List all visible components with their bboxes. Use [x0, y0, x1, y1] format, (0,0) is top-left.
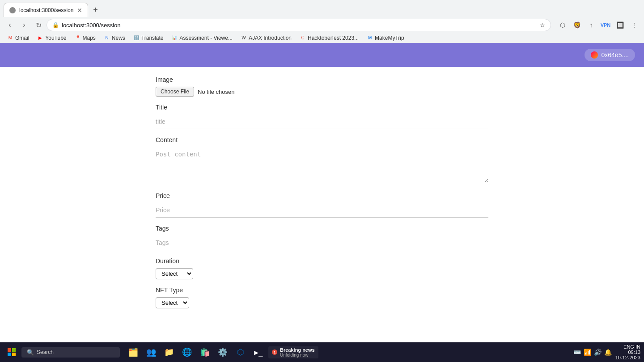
new-tab-button[interactable]: + — [89, 4, 102, 16]
wiki-icon: W — [241, 35, 247, 41]
refresh-button[interactable]: ↻ — [32, 19, 45, 31]
tab-close-btn[interactable]: ✕ — [77, 7, 82, 14]
bookmark-news-label: News — [112, 35, 125, 41]
vpn-icon[interactable]: VPN — [599, 19, 612, 31]
bookmark-assessment-label: Assessment - Viewe... — [179, 35, 233, 41]
taskbar-right: ⌨️ 📶 🔊 🔔 ENG IN 09:13 10-12-2023 — [573, 344, 640, 360]
notification-icon[interactable]: 🔔 — [604, 349, 612, 356]
bookmark-translate-label: Translate — [141, 35, 164, 41]
taskbar-app-explorer[interactable]: 🗂️ — [125, 344, 141, 360]
svg-rect-2 — [8, 353, 11, 356]
news-widget[interactable]: 1 Breaking news Unfolding now — [268, 346, 318, 358]
bookmark-youtube-label: YouTube — [45, 35, 66, 41]
taskbar-search[interactable]: 🔍 Search — [21, 347, 120, 358]
taskbar-app-vscode[interactable]: ⬡ — [233, 344, 249, 360]
bookmark-translate[interactable]: 🔠 Translate — [130, 33, 167, 43]
translate-icon: 🔠 — [133, 35, 140, 41]
bookmark-makemytrip[interactable]: M MakeMyTrip — [363, 33, 408, 43]
duration-label: Duration — [156, 257, 488, 265]
wallet-button[interactable]: 0x64e5.... — [585, 49, 636, 61]
menu-icon[interactable]: ⋮ — [628, 19, 640, 31]
share-icon[interactable]: ⬡ — [556, 19, 569, 31]
address-bar[interactable]: 🔒 localhost:3000/session ☆ — [47, 19, 551, 31]
news-icon: N — [104, 35, 110, 41]
tab-favicon — [9, 7, 16, 13]
bookmark-maps-label: Maps — [83, 35, 96, 41]
app-header: 0x64e5.... — [0, 43, 644, 67]
no-file-text: No file chosen — [198, 88, 234, 95]
extension-icon[interactable]: 🔲 — [614, 19, 626, 31]
bookmark-news[interactable]: N News — [100, 33, 129, 43]
keyboard-icon[interactable]: ⌨️ — [573, 349, 581, 356]
lang-indicator: ENG IN — [623, 344, 640, 349]
taskbar-app-settings[interactable]: ⚙️ — [215, 344, 231, 360]
taskbar-app-terminal[interactable]: ▶_ — [250, 344, 267, 360]
nav-right-icons: ⬡ 🦁 ↑ VPN 🔲 ⋮ — [556, 19, 640, 31]
nav-bar: ‹ › ↻ 🔒 localhost:3000/session ☆ ⬡ 🦁 ↑ V… — [0, 17, 644, 33]
taskbar: 🔍 Search 🗂️ 👥 📁 🌐 🛍️ ⚙️ ⬡ ▶_ 1 — [0, 342, 644, 362]
bookmark-hacktober[interactable]: C Hacktoberfest 2023... — [296, 33, 362, 43]
gmail-icon: M — [7, 35, 13, 41]
price-input[interactable] — [156, 203, 488, 218]
volume-icon[interactable]: 🔊 — [594, 349, 602, 356]
arrow-icon[interactable]: ↑ — [585, 19, 597, 31]
bookmark-assessment[interactable]: 📊 Assessment - Viewe... — [168, 33, 236, 43]
bookmark-makemytrip-label: MakeMyTrip — [375, 35, 404, 41]
brave-icon[interactable]: 🦁 — [571, 19, 583, 31]
taskbar-app-teams[interactable]: 👥 — [143, 344, 159, 360]
bookmark-ajax[interactable]: W AJAX Introduction — [237, 33, 295, 43]
start-button[interactable] — [4, 344, 20, 360]
taskbar-system-icons: ⌨️ 📶 🔊 🔔 — [573, 349, 612, 356]
tags-input[interactable] — [156, 236, 488, 250]
forward-button[interactable]: › — [18, 19, 30, 31]
wallet-avatar — [591, 51, 598, 59]
title-label: Title — [156, 104, 488, 111]
form-container: Image Choose File No file chosen Title C… — [0, 67, 644, 324]
svg-rect-1 — [12, 348, 16, 352]
bookmark-gmail[interactable]: M Gmail — [4, 33, 33, 43]
taskbar-apps: 🗂️ 👥 📁 🌐 🛍️ ⚙️ ⬡ ▶_ — [125, 344, 267, 360]
tab-bar: localhost:3000/session ✕ + — [0, 0, 644, 17]
app-content: 0x64e5.... Image Choose File No file cho… — [0, 43, 644, 342]
hacktober-icon: C — [300, 35, 306, 41]
lock-icon: 🔒 — [52, 22, 59, 28]
bookmark-maps[interactable]: 📍 Maps — [71, 33, 99, 43]
bookmark-star-icon[interactable]: ☆ — [540, 22, 545, 29]
assessment-icon: 📊 — [171, 35, 178, 41]
content-field-group: Content — [156, 136, 488, 185]
makemytrip-icon: M — [367, 35, 373, 41]
network-icon[interactable]: 📶 — [584, 349, 591, 356]
search-icon: 🔍 — [27, 349, 34, 356]
time-display: 09:13 — [628, 349, 640, 355]
image-field-group: Image Choose File No file chosen — [156, 76, 488, 97]
nft-type-select[interactable]: Select — [156, 297, 189, 308]
nft-type-label: NFT Type — [156, 286, 488, 294]
title-field-group: Title — [156, 104, 488, 129]
title-input[interactable] — [156, 114, 488, 129]
duration-select[interactable]: Select 1 day 3 days 7 days 30 days — [156, 268, 193, 279]
file-input-wrapper: Choose File No file chosen — [156, 87, 488, 97]
tags-label: Tags — [156, 225, 488, 232]
choose-file-button[interactable]: Choose File — [156, 87, 194, 97]
maps-icon: 📍 — [75, 35, 81, 41]
image-label: Image — [156, 76, 488, 83]
taskbar-datetime[interactable]: ENG IN 09:13 10-12-2023 — [615, 344, 640, 360]
search-bar-text: Search — [37, 349, 54, 355]
tags-field-group: Tags — [156, 225, 488, 250]
news-text: Breaking news Unfolding now — [280, 347, 315, 358]
active-tab[interactable]: localhost:3000/session ✕ — [4, 3, 88, 17]
youtube-icon: ▶ — [37, 35, 43, 41]
news-subtitle: Unfolding now — [280, 353, 315, 358]
taskbar-app-edge[interactable]: 🌐 — [179, 344, 195, 360]
price-field-group: Price — [156, 192, 488, 218]
back-button[interactable]: ‹ — [4, 19, 16, 31]
taskbar-app-files[interactable]: 📁 — [161, 344, 177, 360]
svg-rect-0 — [8, 348, 11, 352]
taskbar-app-store[interactable]: 🛍️ — [197, 344, 213, 360]
price-label: Price — [156, 192, 488, 199]
bookmark-ajax-label: AJAX Introduction — [249, 35, 292, 41]
content-textarea[interactable] — [156, 147, 488, 183]
tab-title: localhost:3000/session — [19, 7, 73, 13]
bookmark-youtube[interactable]: ▶ YouTube — [34, 33, 70, 43]
bookmark-gmail-label: Gmail — [15, 35, 29, 41]
